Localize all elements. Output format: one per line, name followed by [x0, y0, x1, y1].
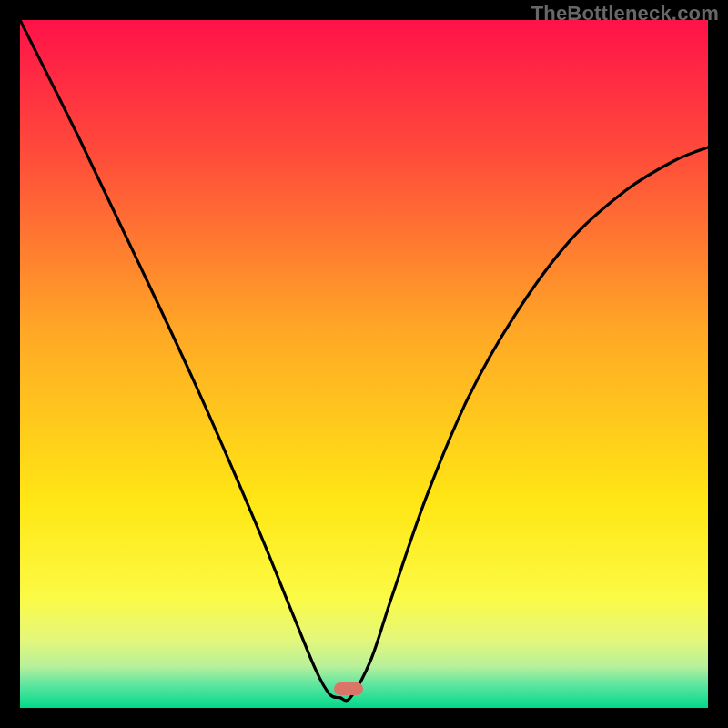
watermark-text: TheBottleneck.com [531, 2, 719, 25]
bottleneck-curve [20, 20, 708, 708]
chart-frame: TheBottleneck.com [0, 0, 728, 728]
plot-area [20, 20, 708, 708]
optimal-marker [334, 682, 363, 695]
